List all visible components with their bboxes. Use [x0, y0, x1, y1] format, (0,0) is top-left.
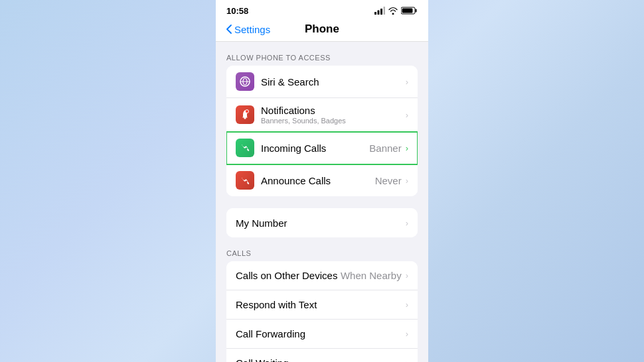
- announce-calls-right: Never ›: [375, 175, 408, 186]
- siri-search-content: Siri & Search: [261, 76, 406, 88]
- row-announce-calls[interactable]: Announce Calls Never ›: [226, 164, 418, 196]
- row-respond-with-text[interactable]: Respond with Text ›: [226, 290, 418, 320]
- status-time: 10:58: [226, 6, 248, 16]
- siri-icon-bg: [236, 72, 254, 91]
- my-number-content: My Number: [236, 217, 406, 229]
- nav-bar: Settings Phone: [216, 19, 428, 42]
- announce-calls-value: Never: [375, 175, 402, 186]
- battery-icon: [401, 7, 418, 15]
- svg-rect-5: [416, 9, 417, 13]
- notifications-icon: [239, 109, 251, 121]
- siri-search-chevron: ›: [406, 77, 408, 87]
- back-button[interactable]: Settings: [226, 24, 270, 35]
- siri-search-title: Siri & Search: [261, 76, 406, 88]
- my-number-title: My Number: [236, 217, 406, 229]
- notifications-subtitle: Banners, Sounds, Badges: [261, 117, 406, 125]
- respond-with-text-content: Respond with Text: [236, 299, 406, 310]
- section-body-allow-access: Siri & Search ›: [226, 66, 418, 196]
- row-my-number[interactable]: My Number ›: [226, 208, 418, 237]
- row-call-waiting[interactable]: Call Waiting ›: [226, 349, 418, 362]
- siri-search-right: ›: [406, 77, 408, 87]
- svg-rect-6: [402, 9, 413, 13]
- calls-other-devices-right: When Nearby ›: [341, 270, 408, 281]
- notifications-right: ›: [406, 110, 408, 120]
- content-scroll[interactable]: ALLOW PHONE TO ACCESS Siri & Search: [216, 42, 428, 362]
- incoming-calls-content: Incoming Calls: [261, 143, 369, 154]
- section-header-allow-access: ALLOW PHONE TO ACCESS: [216, 54, 428, 66]
- respond-with-text-title: Respond with Text: [236, 299, 406, 310]
- section-calls: CALLS Calls on Other Devices When Nearby…: [216, 249, 428, 362]
- notifications-chevron: ›: [406, 110, 408, 120]
- section-body-calls: Calls on Other Devices When Nearby › Res…: [226, 261, 418, 362]
- svg-rect-2: [380, 9, 382, 15]
- row-siri-search[interactable]: Siri & Search ›: [226, 66, 418, 98]
- call-forwarding-title: Call Forwarding: [236, 328, 406, 339]
- status-bar: 10:58: [216, 0, 428, 19]
- siri-icon: [239, 76, 251, 88]
- announce-calls-icon-bg: [236, 171, 254, 190]
- svg-rect-1: [378, 11, 380, 15]
- announce-calls-chevron: ›: [406, 176, 408, 186]
- call-waiting-title: Call Waiting: [236, 357, 406, 362]
- announce-calls-title: Announce Calls: [261, 175, 375, 186]
- notifications-content: Notifications Banners, Sounds, Badges: [261, 105, 406, 125]
- svg-rect-0: [374, 12, 376, 15]
- incoming-calls-chevron: ›: [406, 143, 408, 153]
- row-incoming-calls[interactable]: Incoming Calls Banner ›: [226, 132, 418, 164]
- calls-other-devices-chevron: ›: [406, 271, 408, 280]
- announce-calls-icon: [239, 174, 251, 186]
- status-icons: [374, 7, 418, 15]
- phone-frame: 10:58: [216, 0, 428, 362]
- call-waiting-content: Call Waiting: [236, 357, 406, 362]
- respond-with-text-chevron: ›: [406, 300, 408, 310]
- notifications-icon-bg: [236, 105, 254, 124]
- phone-incoming-icon: [239, 142, 251, 154]
- call-waiting-right: ›: [406, 358, 408, 362]
- call-waiting-chevron: ›: [406, 358, 408, 362]
- call-forwarding-right: ›: [406, 329, 408, 339]
- call-forwarding-content: Call Forwarding: [236, 328, 406, 339]
- announce-calls-content: Announce Calls: [261, 175, 375, 186]
- section-my-number: My Number ›: [216, 208, 428, 237]
- row-calls-other-devices[interactable]: Calls on Other Devices When Nearby ›: [226, 261, 418, 290]
- row-call-forwarding[interactable]: Call Forwarding ›: [226, 320, 418, 349]
- call-forwarding-chevron: ›: [406, 329, 408, 339]
- my-number-right: ›: [406, 218, 408, 228]
- signal-icon: [374, 7, 385, 15]
- svg-rect-3: [384, 7, 386, 15]
- incoming-calls-right: Banner ›: [369, 143, 408, 154]
- section-allow-access: ALLOW PHONE TO ACCESS Siri & Search: [216, 54, 428, 196]
- incoming-calls-icon-bg: [236, 139, 254, 157]
- section-body-my-number: My Number ›: [226, 208, 418, 237]
- back-label: Settings: [234, 24, 270, 35]
- calls-other-devices-title: Calls on Other Devices: [236, 270, 341, 281]
- incoming-calls-title: Incoming Calls: [261, 143, 369, 154]
- my-number-chevron: ›: [406, 218, 408, 228]
- respond-with-text-right: ›: [406, 300, 408, 310]
- svg-rect-11: [243, 117, 248, 118]
- row-notifications[interactable]: Notifications Banners, Sounds, Badges ›: [226, 98, 418, 132]
- incoming-calls-value: Banner: [369, 143, 401, 154]
- section-header-calls: CALLS: [216, 249, 428, 261]
- notifications-title: Notifications: [261, 105, 406, 116]
- wifi-icon: [388, 7, 398, 15]
- page-title: Phone: [305, 23, 339, 36]
- calls-other-devices-value: When Nearby: [341, 270, 402, 281]
- calls-other-devices-content: Calls on Other Devices: [236, 270, 341, 281]
